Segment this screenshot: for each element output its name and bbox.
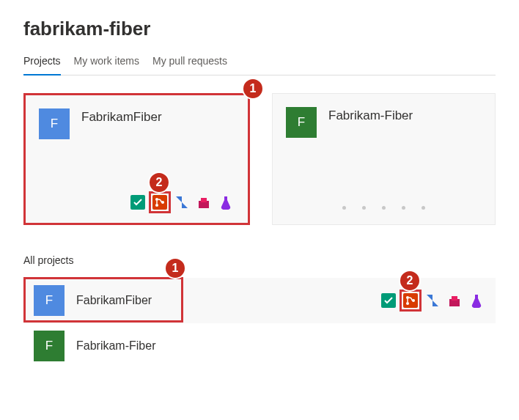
placeholder-dot	[342, 206, 346, 210]
tab-my-pull-requests[interactable]: My pull requests	[152, 51, 227, 75]
placeholder-dot	[402, 206, 405, 210]
recent-projects-row: 1 F FabrikamFiber 2 F	[23, 93, 496, 225]
tab-my-work-items[interactable]: My work items	[74, 51, 139, 75]
annotation-badge-1: 1	[242, 78, 264, 100]
project-services: 2	[39, 192, 235, 213]
svg-rect-8	[403, 293, 418, 308]
boards-icon[interactable]	[380, 292, 397, 309]
test-plans-icon[interactable]	[195, 194, 213, 211]
placeholder-dot	[382, 206, 386, 210]
svg-rect-13	[452, 296, 457, 301]
svg-point-2	[155, 198, 158, 201]
repos-icon[interactable]: 2	[151, 194, 169, 211]
svg-point-10	[406, 302, 409, 305]
project-services: 2	[380, 292, 485, 309]
artifacts-icon[interactable]	[468, 292, 485, 309]
project-services-placeholder	[286, 206, 482, 214]
svg-rect-6	[201, 198, 207, 202]
project-list-item[interactable]: 1 F FabrikamFiber 2	[23, 278, 496, 323]
project-name: FabrikamFiber	[76, 294, 368, 307]
tabs-bar: Projects My work items My pull requests	[23, 51, 496, 75]
annotation-badge-1: 1	[164, 257, 186, 279]
project-card[interactable]: F Fabrikam-Fiber	[272, 93, 496, 225]
project-name: Fabrikam-Fiber	[76, 339, 485, 353]
project-avatar: F	[34, 331, 65, 361]
test-plans-icon[interactable]	[446, 292, 463, 309]
svg-point-3	[155, 204, 158, 207]
project-list-item[interactable]: F Fabrikam-Fiber	[23, 323, 496, 369]
boards-icon[interactable]	[129, 194, 147, 211]
annotation-badge-2: 2	[399, 270, 421, 292]
project-avatar: F	[286, 107, 317, 138]
pipelines-icon[interactable]	[424, 292, 441, 309]
project-name: FabrikamFiber	[81, 108, 162, 125]
tab-projects[interactable]: Projects	[23, 51, 61, 75]
artifacts-icon[interactable]	[217, 194, 235, 211]
project-card[interactable]: 1 F FabrikamFiber 2	[23, 93, 250, 225]
project-avatar: F	[34, 285, 65, 316]
svg-rect-1	[152, 195, 167, 210]
placeholder-dot	[422, 206, 425, 210]
page-title: fabrikam-fiber	[23, 18, 496, 40]
pipelines-icon[interactable]	[173, 194, 191, 211]
all-projects-heading: All projects	[23, 254, 496, 266]
svg-point-9	[406, 296, 409, 299]
repos-icon[interactable]: 2	[402, 292, 419, 309]
annotation-badge-2: 2	[148, 172, 170, 194]
project-avatar: F	[39, 108, 70, 139]
placeholder-dot	[362, 206, 366, 210]
project-name: Fabrikam-Fiber	[328, 107, 413, 123]
